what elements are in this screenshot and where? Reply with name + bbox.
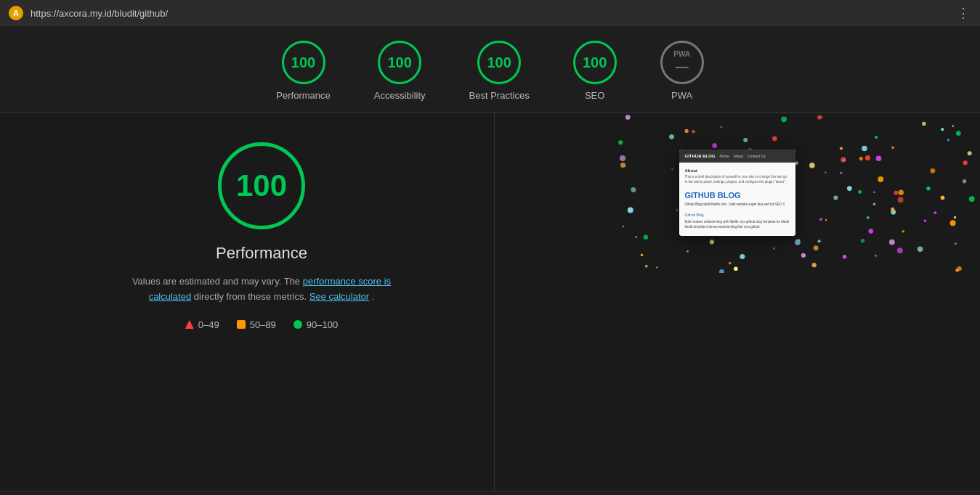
score-label-best-practices: Best Practices (469, 90, 530, 101)
score-label-pwa: PWA (671, 90, 692, 101)
metrics-header: METRICS Expand view (44, 491, 936, 495)
browser-menu-icon[interactable]: ⋮ (957, 5, 971, 21)
browser-favicon: A (9, 6, 23, 20)
calculator-link[interactable]: See calculator (309, 291, 369, 302)
score-circle-pwa: PWA — (660, 41, 704, 84)
metrics-section: METRICS Expand view First Contentful Pai… (0, 491, 980, 495)
big-score-label: Performance (216, 244, 307, 263)
screenshot-body: About This is a brief description of you… (679, 163, 795, 236)
screenshot-site-link: Github Blog (685, 213, 790, 217)
browser-bar: A https://axcora.my.id/bludit/github/ ⋮ (0, 0, 980, 26)
green-circle-icon (293, 320, 302, 329)
red-triangle-icon (185, 320, 194, 329)
screenshot-nav-logo: GITHUB BLOG (685, 154, 716, 158)
score-bar: 100 Performance 100 Accessibility 100 Be… (0, 26, 980, 113)
legend-item-high: 90–100 (293, 319, 338, 330)
screenshot-footer-link: bludit.template.themes.website.blog.flat… (685, 225, 790, 230)
screenshot-site-title: GITHUB BLOG (685, 191, 790, 200)
score-item-best-practices[interactable]: 100 Best Practices (469, 41, 530, 101)
vertical-divider (494, 113, 495, 491)
score-label-accessibility: Accessibility (374, 90, 426, 101)
screenshot-nav-links: Home About Contact Us (720, 154, 766, 158)
score-circle-accessibility: 100 (378, 41, 421, 84)
browser-url: https://axcora.my.id/bludit/github/ (31, 8, 168, 19)
score-circle-performance: 100 (282, 41, 325, 84)
legend-item-low: 0–49 (185, 319, 219, 330)
legend-item-mid: 50–89 (237, 319, 276, 330)
big-score-circle: 100 (218, 142, 305, 229)
score-label-seo: SEO (585, 90, 604, 101)
left-panel: 100 Performance Values are estimated and… (0, 113, 494, 491)
score-item-accessibility[interactable]: 100 Accessibility (374, 41, 426, 101)
screenshot-footer-text: Built modern website blog with flatfile … (685, 220, 790, 225)
screenshot-nav: GITHUB BLOG Home About Contact Us (679, 150, 795, 163)
score-item-pwa[interactable]: PWA — PWA (660, 41, 704, 101)
score-circle-seo: 100 (573, 41, 617, 84)
screenshot-card: GITHUB BLOG Home About Contact Us About … (679, 150, 795, 236)
main-content: 100 Performance Values are estimated and… (0, 113, 980, 491)
legend: 0–49 50–89 90–100 (185, 319, 338, 330)
right-panel: GITHUB BLOG Home About Contact Us About … (494, 113, 980, 491)
screenshot-site-desc: Github Blog bludit flatfile cms , built … (685, 202, 790, 208)
score-circle-best-practices: 100 (477, 41, 521, 84)
score-item-seo[interactable]: 100 SEO (573, 41, 617, 101)
screenshot-about-label: About (685, 168, 790, 173)
screenshot-about-text: This is a brief description of yourself … (685, 175, 790, 185)
score-description: Values are estimated and may vary. The p… (123, 274, 400, 305)
score-item-performance[interactable]: 100 Performance (276, 41, 330, 101)
orange-square-icon (237, 320, 246, 329)
score-label-performance: Performance (276, 90, 330, 101)
